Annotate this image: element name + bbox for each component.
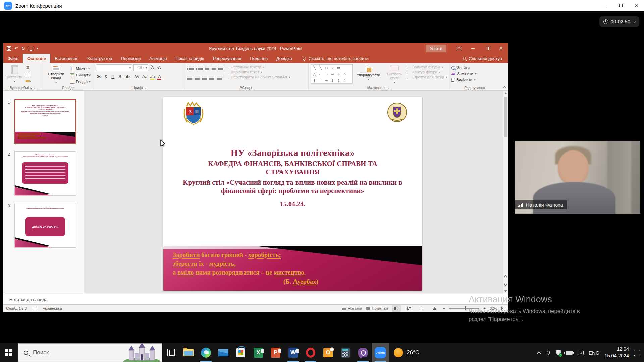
- slide-thumbnail-1[interactable]: НУ «Запорізька політехніка» КАФЕДРА ФІНА…: [14, 99, 76, 144]
- drawing-dialog-launcher[interactable]: [388, 87, 390, 89]
- shape-icon[interactable]: ⌐: [318, 72, 323, 76]
- section-button[interactable]: Розділ▾: [69, 79, 92, 85]
- shape-icon[interactable]: ☆: [342, 78, 347, 83]
- taskbar-clock[interactable]: 12:04 15.04.2024: [604, 346, 629, 359]
- close-icon[interactable]: ×: [629, 0, 644, 11]
- font-dialog-launcher[interactable]: [145, 87, 147, 89]
- format-painter-button[interactable]: [26, 78, 32, 83]
- shape-icon[interactable]: ∿: [324, 78, 329, 83]
- clipboard-dialog-launcher[interactable]: [34, 87, 36, 89]
- font-button-fb-sh[interactable]: S: [117, 74, 123, 80]
- slide-thumbnail-3[interactable]: Національний університет «Запорізька пол…: [14, 203, 76, 248]
- font-button-fb-u[interactable]: П: [110, 74, 116, 80]
- copy-button[interactable]: [26, 72, 32, 76]
- font-button-fb-i[interactable]: К: [103, 74, 109, 80]
- grow-font-button[interactable]: А: [150, 65, 155, 71]
- defender-tray-icon[interactable]: [556, 350, 561, 356]
- tab-показ слайдів[interactable]: Показ слайдів: [171, 54, 209, 63]
- meeting-timer[interactable]: 00:02:50: [599, 16, 639, 27]
- tab-анімація[interactable]: Анімація: [145, 54, 171, 63]
- replace-button[interactable]: abЗамінити▾: [451, 72, 476, 76]
- start-button[interactable]: [0, 343, 17, 362]
- select-button[interactable]: Виділити▾: [451, 78, 476, 82]
- customize-qat-icon[interactable]: ▾: [37, 47, 38, 50]
- save-icon[interactable]: [7, 46, 11, 51]
- shape-icon[interactable]: □: [324, 65, 329, 70]
- minimize-icon[interactable]: ─: [598, 0, 613, 11]
- search-highlight-image[interactable]: [122, 343, 162, 362]
- file-explorer-button[interactable]: [180, 343, 197, 362]
- tab-файл[interactable]: Файл: [3, 54, 23, 63]
- shape-icon[interactable]: ╲: [312, 65, 317, 70]
- share-button[interactable]: Спільний доступ: [463, 54, 508, 63]
- arrange-button[interactable]: Упорядкувати ▾: [355, 64, 382, 85]
- line-spacing-icon[interactable]: [218, 67, 223, 71]
- columns-icon[interactable]: [217, 77, 222, 81]
- restore-icon[interactable]: [613, 0, 629, 11]
- participant-video-tile[interactable]: Наталія Фатюха: [515, 141, 640, 214]
- tab-конструктор[interactable]: Конструктор: [83, 54, 116, 63]
- font-name-combo[interactable]: ▾: [96, 64, 132, 71]
- taskbar-search[interactable]: Поиск: [18, 343, 162, 362]
- battery-tray-icon[interactable]: [566, 351, 573, 355]
- shape-icon[interactable]: ⌂: [342, 72, 347, 76]
- shape-icon[interactable]: ▭: [336, 65, 341, 70]
- text-direction-button[interactable]: Напрямок тексту▾: [225, 65, 290, 69]
- highlight-color-button[interactable]: ab: [149, 74, 155, 80]
- font-button-fb-sp[interactable]: AV: [133, 74, 140, 80]
- opera-button[interactable]: [302, 343, 319, 362]
- tab-довідка[interactable]: Довідка: [272, 54, 297, 63]
- store-button[interactable]: [232, 343, 250, 362]
- shape-icon[interactable]: ¬: [324, 72, 329, 76]
- action-center-icon[interactable]: [634, 350, 640, 355]
- tab-подання[interactable]: Подання: [246, 54, 272, 63]
- redo-icon[interactable]: ↻: [21, 46, 25, 51]
- layout-button[interactable]: Макет▾: [69, 65, 92, 71]
- normal-view-button[interactable]: [392, 305, 401, 312]
- excel-button[interactable]: X: [250, 343, 267, 362]
- scroll-down-icon[interactable]: [504, 290, 507, 292]
- shape-fill-button[interactable]: Заливка фігури▾: [407, 65, 447, 69]
- font-button-fb-b[interactable]: Ж: [96, 74, 102, 80]
- shape-icon[interactable]: {: [330, 78, 335, 83]
- tray-expand-icon[interactable]: [537, 351, 541, 356]
- decrease-indent-icon[interactable]: [205, 67, 209, 71]
- align-left-icon[interactable]: [187, 77, 192, 81]
- font-button-fb-st[interactable]: abc: [124, 74, 132, 80]
- shape-effects-button[interactable]: Ефекти для фігур▾: [407, 75, 447, 79]
- word-button[interactable]: W: [284, 343, 302, 362]
- shape-icon[interactable]: ⇩: [336, 72, 341, 76]
- tab-переходи[interactable]: Переходи: [116, 54, 145, 63]
- paragraph-dialog-launcher[interactable]: [251, 87, 254, 89]
- justify-icon[interactable]: [209, 77, 214, 81]
- tab-вставлення[interactable]: Вставлення: [50, 54, 83, 63]
- shape-icon[interactable]: ʃ: [312, 78, 317, 83]
- powerpoint-button[interactable]: P: [267, 343, 284, 362]
- find-button[interactable]: Знайти: [451, 66, 476, 70]
- weather-widget[interactable]: 26°C: [389, 348, 424, 357]
- shape-icon[interactable]: △: [312, 72, 317, 76]
- comments-toggle[interactable]: Примітки: [366, 306, 388, 310]
- next-slide-icon[interactable]: [504, 282, 507, 285]
- slide-thumbnail-2[interactable]: НУ «Запорізька політехніка» КАФЕДРА ФІНА…: [14, 151, 76, 196]
- mail-button[interactable]: [215, 343, 232, 362]
- start-slideshow-icon[interactable]: [29, 47, 33, 50]
- quick-styles-button[interactable]: Експрес-стилі ▾: [384, 64, 405, 85]
- tab-рецензування[interactable]: Рецензування: [209, 54, 246, 63]
- shape-icon[interactable]: ╲: [318, 65, 323, 70]
- reading-view-button[interactable]: [418, 305, 426, 312]
- slide-sorter-view-button[interactable]: [405, 305, 414, 312]
- zoom-out-button[interactable]: −: [443, 306, 445, 310]
- spellcheck-icon[interactable]: [33, 307, 37, 310]
- font-size-combo[interactable]: 16+▾: [133, 64, 148, 71]
- scroll-up-icon[interactable]: [504, 92, 507, 94]
- smartart-button[interactable]: Перетворити на об'єкт SmartArt▾: [225, 75, 290, 79]
- bullets-icon[interactable]: [189, 67, 194, 71]
- ppt-close-icon[interactable]: ×: [494, 43, 508, 54]
- notes-toggle[interactable]: Нотатки: [342, 306, 362, 310]
- zoom-slider-thumb[interactable]: [465, 306, 466, 310]
- undo-icon[interactable]: ↶: [14, 46, 18, 51]
- camera-tray-icon[interactable]: [578, 351, 584, 355]
- calculator-button[interactable]: [337, 343, 354, 362]
- shape-icon[interactable]: ○: [330, 65, 335, 70]
